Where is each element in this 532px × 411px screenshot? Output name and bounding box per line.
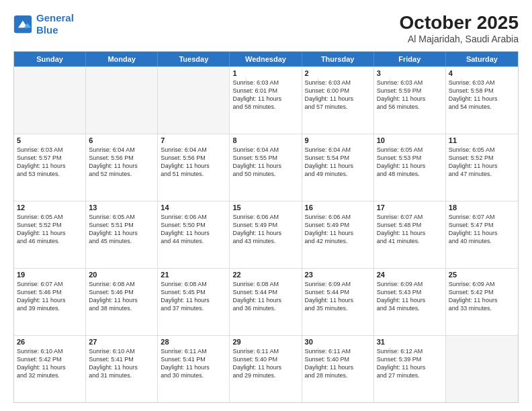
day-number: 8 [232,136,298,144]
table-row: 5Sunrise: 6:03 AM Sunset: 5:57 PM Daylig… [14,134,86,201]
day-info: Sunrise: 6:04 AM Sunset: 5:54 PM Dayligh… [305,146,371,179]
day-number: 16 [305,203,371,212]
day-info: Sunrise: 6:05 AM Sunset: 5:53 PM Dayligh… [377,146,443,179]
table-row: 20Sunrise: 6:08 AM Sunset: 5:46 PM Dayli… [86,269,158,335]
calendar-body: 1Sunrise: 6:03 AM Sunset: 6:01 PM Daylig… [14,66,518,402]
day-info: Sunrise: 6:04 AM Sunset: 5:56 PM Dayligh… [89,146,154,179]
cal-row-3: 12Sunrise: 6:05 AM Sunset: 5:52 PM Dayli… [14,201,518,268]
table-row: 19Sunrise: 6:07 AM Sunset: 5:46 PM Dayli… [14,269,86,335]
day-info: Sunrise: 6:06 AM Sunset: 5:49 PM Dayligh… [305,213,371,246]
day-number: 9 [305,136,371,144]
table-row: 1Sunrise: 6:03 AM Sunset: 6:01 PM Daylig… [230,67,302,134]
day-info: Sunrise: 6:09 AM Sunset: 5:44 PM Dayligh… [305,280,371,313]
logo: General Blue [13,12,74,36]
day-number: 15 [232,203,298,212]
day-info: Sunrise: 6:04 AM Sunset: 5:55 PM Dayligh… [232,146,298,179]
table-row: 24Sunrise: 6:09 AM Sunset: 5:43 PM Dayli… [374,269,446,335]
table-row: 11Sunrise: 6:05 AM Sunset: 5:52 PM Dayli… [446,134,518,201]
day-info: Sunrise: 6:11 AM Sunset: 5:41 PM Dayligh… [161,347,226,380]
day-info: Sunrise: 6:07 AM Sunset: 5:48 PM Dayligh… [377,213,443,246]
day-number: 5 [17,136,83,144]
day-number: 18 [449,203,515,212]
day-info: Sunrise: 6:07 AM Sunset: 5:47 PM Dayligh… [449,213,515,246]
cal-row-4: 19Sunrise: 6:07 AM Sunset: 5:46 PM Dayli… [14,268,518,335]
header-tuesday: Tuesday [158,52,230,66]
table-row [446,336,518,402]
day-number: 26 [17,338,83,346]
day-info: Sunrise: 6:10 AM Sunset: 5:41 PM Dayligh… [89,347,154,380]
day-number: 11 [449,136,515,144]
day-info: Sunrise: 6:11 AM Sunset: 5:40 PM Dayligh… [232,347,298,380]
table-row: 31Sunrise: 6:12 AM Sunset: 5:39 PM Dayli… [374,336,446,402]
table-row: 23Sunrise: 6:09 AM Sunset: 5:44 PM Dayli… [302,269,374,335]
day-number: 31 [377,338,443,346]
table-row: 4Sunrise: 6:03 AM Sunset: 5:58 PM Daylig… [446,67,518,134]
table-row [14,67,86,134]
table-row: 8Sunrise: 6:04 AM Sunset: 5:55 PM Daylig… [230,134,302,201]
day-info: Sunrise: 6:05 AM Sunset: 5:52 PM Dayligh… [17,213,83,246]
day-number: 24 [377,271,443,279]
day-number: 3 [377,69,443,77]
day-info: Sunrise: 6:04 AM Sunset: 5:56 PM Dayligh… [161,146,226,179]
day-info: Sunrise: 6:09 AM Sunset: 5:42 PM Dayligh… [449,280,515,313]
calendar-header: Sunday Monday Tuesday Wednesday Thursday… [14,52,518,66]
header-saturday: Saturday [446,52,518,66]
table-row [86,67,158,134]
table-row: 3Sunrise: 6:03 AM Sunset: 5:59 PM Daylig… [374,67,446,134]
day-info: Sunrise: 6:05 AM Sunset: 5:51 PM Dayligh… [89,213,154,246]
table-row: 9Sunrise: 6:04 AM Sunset: 5:54 PM Daylig… [302,134,374,201]
table-row: 27Sunrise: 6:10 AM Sunset: 5:41 PM Dayli… [86,336,158,402]
logo-text: General Blue [36,12,74,36]
day-number: 14 [161,203,226,212]
cal-row-5: 26Sunrise: 6:10 AM Sunset: 5:42 PM Dayli… [14,335,518,402]
day-number: 27 [89,338,154,346]
day-number: 1 [232,69,298,77]
header-monday: Monday [86,52,158,66]
calendar-subtitle: Al Majaridah, Saudi Arabia [400,34,519,44]
header-wednesday: Wednesday [230,52,302,66]
table-row: 25Sunrise: 6:09 AM Sunset: 5:42 PM Dayli… [446,269,518,335]
day-number: 23 [305,271,371,279]
day-info: Sunrise: 6:03 AM Sunset: 5:58 PM Dayligh… [449,79,515,111]
table-row: 30Sunrise: 6:11 AM Sunset: 5:40 PM Dayli… [302,336,374,402]
day-number: 29 [232,338,298,346]
day-info: Sunrise: 6:08 AM Sunset: 5:46 PM Dayligh… [89,280,154,313]
header-sunday: Sunday [14,52,86,66]
table-row: 2Sunrise: 6:03 AM Sunset: 6:00 PM Daylig… [302,67,374,134]
day-info: Sunrise: 6:06 AM Sunset: 5:50 PM Dayligh… [161,213,226,246]
header-friday: Friday [374,52,446,66]
day-number: 12 [17,203,83,212]
table-row: 7Sunrise: 6:04 AM Sunset: 5:56 PM Daylig… [158,134,230,201]
day-info: Sunrise: 6:11 AM Sunset: 5:40 PM Dayligh… [305,347,371,380]
table-row: 16Sunrise: 6:06 AM Sunset: 5:49 PM Dayli… [302,201,374,268]
title-block: October 2025 Al Majaridah, Saudi Arabia [400,12,519,44]
page: General Blue October 2025 Al Majaridah, … [0,0,532,411]
calendar: Sunday Monday Tuesday Wednesday Thursday… [13,51,519,403]
day-number: 20 [89,271,154,279]
logo-line2: Blue [36,24,58,36]
table-row: 14Sunrise: 6:06 AM Sunset: 5:50 PM Dayli… [158,201,230,268]
day-info: Sunrise: 6:10 AM Sunset: 5:42 PM Dayligh… [17,347,83,380]
day-number: 13 [89,203,154,212]
day-number: 4 [449,69,515,77]
logo-icon [13,15,32,34]
table-row: 21Sunrise: 6:08 AM Sunset: 5:45 PM Dayli… [158,269,230,335]
table-row: 13Sunrise: 6:05 AM Sunset: 5:51 PM Dayli… [86,201,158,268]
day-info: Sunrise: 6:03 AM Sunset: 5:59 PM Dayligh… [377,79,443,111]
day-number: 2 [305,69,371,77]
cal-row-1: 1Sunrise: 6:03 AM Sunset: 6:01 PM Daylig… [14,66,518,134]
logo-line1: General [36,12,74,24]
table-row [158,67,230,134]
table-row: 15Sunrise: 6:06 AM Sunset: 5:49 PM Dayli… [230,201,302,268]
day-number: 7 [161,136,226,144]
day-info: Sunrise: 6:03 AM Sunset: 5:57 PM Dayligh… [17,146,83,179]
day-number: 10 [377,136,443,144]
table-row: 26Sunrise: 6:10 AM Sunset: 5:42 PM Dayli… [14,336,86,402]
day-info: Sunrise: 6:12 AM Sunset: 5:39 PM Dayligh… [377,347,443,380]
day-number: 17 [377,203,443,212]
table-row: 6Sunrise: 6:04 AM Sunset: 5:56 PM Daylig… [86,134,158,201]
day-number: 6 [89,136,154,144]
day-info: Sunrise: 6:08 AM Sunset: 5:44 PM Dayligh… [232,280,298,313]
day-number: 19 [17,271,83,279]
calendar-title: October 2025 [400,12,519,34]
